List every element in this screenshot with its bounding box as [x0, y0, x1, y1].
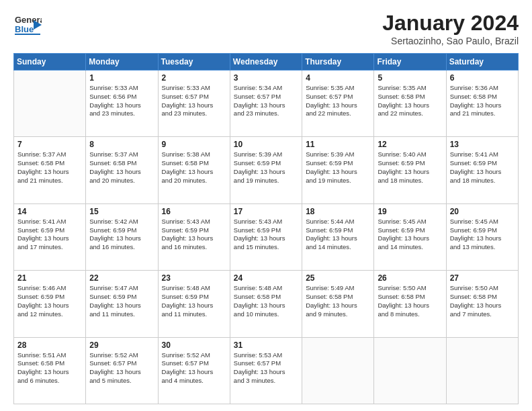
day-number: 3: [234, 73, 298, 83]
calendar-cell: 13Sunrise: 5:41 AMSunset: 6:59 PMDayligh…: [446, 137, 518, 203]
cell-content-line: Daylight: 13 hours: [450, 234, 515, 243]
day-number: 23: [162, 273, 226, 283]
cell-content-line: Sunrise: 5:43 AM: [234, 218, 298, 226]
cell-content-line: Daylight: 13 hours: [306, 101, 370, 110]
calendar-cell: [446, 337, 518, 404]
cell-content-line: and 18 minutes.: [378, 177, 442, 185]
cell-content-line: Daylight: 13 hours: [162, 168, 226, 177]
calendar-cell: 26Sunrise: 5:50 AMSunset: 6:58 PMDayligh…: [374, 271, 446, 337]
logo-icon: General Blue: [13, 11, 42, 39]
cell-content-line: Sunrise: 5:37 AM: [17, 150, 82, 159]
cell-content-line: Sunset: 6:57 PM: [162, 359, 226, 368]
cell-content-line: Sunset: 6:57 PM: [234, 93, 298, 101]
calendar-cell: 23Sunrise: 5:48 AMSunset: 6:59 PMDayligh…: [158, 271, 230, 337]
cell-content-line: and 11 minutes.: [162, 310, 226, 319]
day-number: 22: [89, 273, 154, 283]
calendar-header-row: Sunday Monday Tuesday Wednesday Thursday…: [14, 54, 519, 71]
cell-content-line: Daylight: 13 hours: [162, 234, 226, 243]
cell-content-line: and 16 minutes.: [162, 243, 226, 252]
col-sunday: Sunday: [14, 54, 86, 71]
calendar-cell: 15Sunrise: 5:42 AMSunset: 6:59 PMDayligh…: [86, 203, 158, 270]
day-number: 29: [89, 340, 154, 350]
day-number: 19: [378, 207, 442, 216]
cell-content-line: Daylight: 13 hours: [89, 168, 154, 177]
cell-content-line: Sunrise: 5:39 AM: [306, 150, 370, 159]
calendar-cell: [302, 337, 374, 404]
cell-content-line: and 6 minutes.: [17, 377, 82, 385]
cell-content-line: and 21 minutes.: [17, 177, 82, 185]
col-tuesday: Tuesday: [158, 54, 230, 71]
cell-content-line: Sunset: 6:58 PM: [89, 159, 154, 168]
cell-content-line: and 20 minutes.: [162, 177, 226, 185]
cell-content-line: and 23 minutes.: [234, 109, 298, 118]
calendar-week-0: 1Sunrise: 5:33 AMSunset: 6:56 PMDaylight…: [14, 71, 519, 137]
logo: General Blue: [13, 11, 42, 39]
cell-content-line: Sunset: 6:59 PM: [378, 226, 442, 235]
cell-content-line: Daylight: 13 hours: [450, 168, 515, 177]
calendar-cell: 19Sunrise: 5:45 AMSunset: 6:59 PMDayligh…: [374, 203, 446, 270]
cell-content-line: Sunrise: 5:35 AM: [378, 84, 442, 93]
cell-content-line: and 23 minutes.: [89, 109, 154, 118]
calendar-cell: 10Sunrise: 5:39 AMSunset: 6:59 PMDayligh…: [230, 137, 302, 203]
day-number: 20: [450, 207, 515, 216]
cell-content-line: Sunset: 6:57 PM: [306, 93, 370, 101]
cell-content-line: Sunrise: 5:45 AM: [378, 218, 442, 226]
cell-content-line: Sunset: 6:58 PM: [306, 293, 370, 302]
day-number: 8: [89, 140, 154, 149]
cell-content-line: and 15 minutes.: [234, 243, 298, 252]
day-number: 16: [162, 207, 226, 216]
day-number: 5: [378, 73, 442, 83]
cell-content-line: Daylight: 13 hours: [162, 368, 226, 377]
cell-content-line: Daylight: 13 hours: [89, 101, 154, 110]
cell-content-line: Sunrise: 5:36 AM: [450, 84, 515, 93]
cell-content-line: and 18 minutes.: [450, 177, 515, 185]
day-number: 30: [162, 340, 226, 350]
cell-content-line: Daylight: 13 hours: [17, 302, 82, 310]
day-number: 25: [306, 273, 370, 283]
cell-content-line: and 4 minutes.: [162, 377, 226, 385]
calendar-cell: 14Sunrise: 5:41 AMSunset: 6:59 PMDayligh…: [14, 203, 86, 270]
cell-content-line: Daylight: 13 hours: [89, 368, 154, 377]
cell-content-line: and 22 minutes.: [306, 109, 370, 118]
cell-content-line: Sunrise: 5:40 AM: [378, 150, 442, 159]
calendar-cell: 27Sunrise: 5:50 AMSunset: 6:58 PMDayligh…: [446, 271, 518, 337]
cell-content-line: Daylight: 13 hours: [450, 101, 515, 110]
calendar-cell: [14, 71, 86, 137]
cell-content-line: Sunset: 6:57 PM: [162, 93, 226, 101]
cell-content-line: Sunrise: 5:38 AM: [162, 150, 226, 159]
cell-content-line: Sunrise: 5:49 AM: [306, 284, 370, 293]
cell-content-line: Sunset: 6:57 PM: [89, 359, 154, 368]
cell-content-line: Sunrise: 5:48 AM: [234, 284, 298, 293]
day-number: 14: [17, 207, 82, 216]
cell-content-line: Sunset: 6:58 PM: [17, 159, 82, 168]
col-monday: Monday: [86, 54, 158, 71]
cell-content-line: Sunset: 6:59 PM: [162, 293, 226, 302]
cell-content-line: Sunrise: 5:39 AM: [234, 150, 298, 159]
cell-content-line: Daylight: 13 hours: [450, 302, 515, 310]
cell-content-line: Sunrise: 5:41 AM: [17, 218, 82, 226]
day-number: 2: [162, 73, 226, 83]
day-number: 13: [450, 140, 515, 149]
cell-content-line: Daylight: 13 hours: [234, 302, 298, 310]
day-number: 28: [17, 340, 82, 350]
col-wednesday: Wednesday: [230, 54, 302, 71]
cell-content-line: Sunset: 6:58 PM: [450, 293, 515, 302]
cell-content-line: Sunset: 6:59 PM: [162, 226, 226, 235]
calendar-cell: 5Sunrise: 5:35 AMSunset: 6:58 PMDaylight…: [374, 71, 446, 137]
calendar-cell: 21Sunrise: 5:46 AMSunset: 6:59 PMDayligh…: [14, 271, 86, 337]
day-number: 27: [450, 273, 515, 283]
calendar-cell: 3Sunrise: 5:34 AMSunset: 6:57 PMDaylight…: [230, 71, 302, 137]
cell-content-line: and 8 minutes.: [378, 310, 442, 319]
cell-content-line: Sunset: 6:59 PM: [378, 159, 442, 168]
subtitle: Sertaozinho, Sao Paulo, Brazil: [382, 36, 519, 46]
day-number: 10: [234, 140, 298, 149]
cell-content-line: Daylight: 13 hours: [306, 302, 370, 310]
calendar-week-4: 28Sunrise: 5:51 AMSunset: 6:58 PMDayligh…: [14, 337, 519, 404]
cell-content-line: Sunset: 6:59 PM: [450, 159, 515, 168]
cell-content-line: and 23 minutes.: [162, 109, 226, 118]
cell-content-line: Sunrise: 5:47 AM: [89, 284, 154, 293]
cell-content-line: Sunrise: 5:42 AM: [89, 218, 154, 226]
cell-content-line: Daylight: 13 hours: [234, 101, 298, 110]
cell-content-line: Sunrise: 5:50 AM: [378, 284, 442, 293]
calendar-week-2: 14Sunrise: 5:41 AMSunset: 6:59 PMDayligh…: [14, 203, 519, 270]
